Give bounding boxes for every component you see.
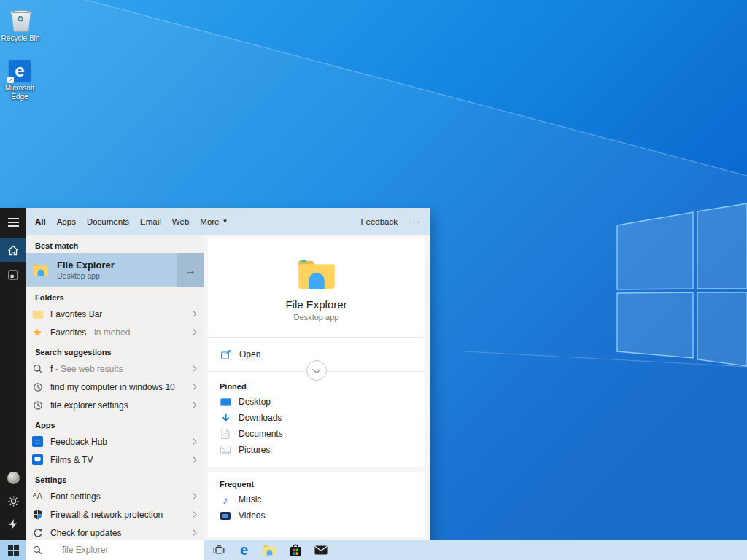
tab-apps[interactable]: Apps <box>57 206 76 237</box>
list-item-web-search[interactable]: f - See web results <box>26 359 204 378</box>
search-icon <box>31 362 44 375</box>
home-button[interactable] <box>0 238 26 262</box>
task-view-icon <box>213 545 225 555</box>
best-match-title: File Explorer <box>57 260 115 271</box>
file-explorer-taskbar-button[interactable] <box>257 540 282 560</box>
best-match-expand-button[interactable]: → <box>177 253 204 287</box>
search-flyout: All Apps Documents Email Web More ▼ Feed… <box>0 208 430 540</box>
desktop-monitor-icon <box>220 397 231 408</box>
tab-web[interactable]: Web <box>172 206 189 237</box>
document-icon <box>220 429 231 440</box>
section-search-suggestions: Search suggestions <box>26 341 204 359</box>
search-header: All Apps Documents Email Web More ▼ Feed… <box>26 208 430 235</box>
tab-more[interactable]: More ▼ <box>200 206 228 237</box>
chevron-right-icon <box>190 511 197 518</box>
menu-button[interactable] <box>0 211 26 234</box>
search-tabs: All Apps Documents Email Web More ▼ <box>26 208 228 235</box>
font-settings-icon: AA <box>31 490 44 502</box>
feedback-icon <box>9 519 18 529</box>
store-icon <box>290 544 301 556</box>
chevron-right-icon <box>190 329 197 336</box>
list-item-favorites-bar[interactable]: Favorites Bar <box>26 305 204 323</box>
desktop-icon-microsoft-edge[interactable]: e ↗ Microsoft Edge <box>0 60 40 101</box>
picture-icon <box>220 445 231 456</box>
preview-subtitle: Desktop app <box>294 313 339 322</box>
taskbar-search-input[interactable]: file Explorer <box>26 540 204 560</box>
feedback-hub-icon <box>31 435 44 448</box>
edge-label: Microsoft Edge <box>0 84 40 101</box>
pinned-item-pictures[interactable]: Pictures <box>208 442 425 458</box>
list-item-history-1[interactable]: find my computer in windows 10 <box>26 378 204 396</box>
best-match-subtitle: Desktop app <box>57 271 115 280</box>
chevron-right-icon <box>190 384 197 391</box>
edge-taskbar-button[interactable]: e <box>231 540 257 560</box>
start-button[interactable] <box>0 540 26 560</box>
pinned-item-downloads[interactable]: Downloads <box>208 410 425 426</box>
more-options-icon[interactable]: ··· <box>409 217 420 227</box>
preview-pane: File Explorer Desktop app Open Pinned <box>204 235 430 540</box>
open-action[interactable]: Open <box>208 338 425 372</box>
pinned-item-desktop[interactable]: Desktop <box>208 394 425 410</box>
desktop-icon-recycle-bin[interactable]: ♻ Recycle Bin <box>0 9 41 43</box>
feedback-link[interactable]: Feedback <box>360 217 398 226</box>
open-icon <box>221 350 232 359</box>
edge-icon: e <box>240 542 248 557</box>
music-note-icon: ♪ <box>220 494 231 505</box>
windows-logo <box>617 203 747 366</box>
section-settings: Settings <box>26 469 204 487</box>
timeline-button[interactable] <box>0 263 26 287</box>
download-arrow-icon <box>220 413 231 424</box>
tab-all[interactable]: All <box>35 206 46 237</box>
tab-documents[interactable]: Documents <box>87 206 129 237</box>
section-folders: Folders <box>26 287 204 305</box>
task-view-button[interactable] <box>206 540 231 560</box>
search-icon <box>33 545 42 555</box>
chevron-down-icon: ▼ <box>222 218 228 225</box>
frequent-item-videos[interactable]: Videos <box>208 508 425 524</box>
list-item-favorites[interactable]: ★ Favorites - in mehed <box>26 323 204 341</box>
section-apps: Apps <box>26 414 204 432</box>
refresh-icon <box>31 526 44 539</box>
feedback-button[interactable] <box>0 513 26 536</box>
expand-actions-button[interactable] <box>306 360 327 381</box>
section-frequent: Frequent <box>208 472 425 491</box>
search-rail <box>0 208 26 540</box>
list-item-feedback-hub[interactable]: Feedback Hub <box>26 432 204 451</box>
pinned-item-documents[interactable]: Documents <box>208 426 425 442</box>
preview-card: File Explorer Desktop app Open Pinned <box>208 238 425 467</box>
taskbar: file Explorer e <box>0 540 747 560</box>
list-item-films-tv[interactable]: Films & TV <box>26 451 204 469</box>
folder-icon <box>31 308 44 320</box>
list-item-firewall[interactable]: Firewall & network protection <box>26 505 204 524</box>
best-match-row[interactable]: File Explorer Desktop app → <box>26 253 204 287</box>
shield-icon <box>31 508 44 521</box>
avatar <box>7 472 20 484</box>
preview-card-frequent: Frequent ♪ Music Videos <box>208 472 425 537</box>
account-button[interactable] <box>0 466 26 489</box>
list-item-font-settings[interactable]: AA Font settings <box>26 487 204 505</box>
tab-email[interactable]: Email <box>140 206 161 237</box>
section-best-match: Best match <box>26 235 204 253</box>
search-results-list: Best match File Explorer Desktop app → <box>26 235 204 540</box>
chevron-right-icon <box>190 529 197 537</box>
edge-icon: e ↗ <box>9 60 31 82</box>
video-icon <box>220 510 231 521</box>
timeline-icon <box>8 270 18 280</box>
recycle-bin-icon: ♻ <box>9 9 31 32</box>
file-explorer-icon <box>33 262 49 277</box>
chevron-down-icon <box>312 365 320 373</box>
search-suggestion-text: ile Explorer <box>64 545 108 555</box>
recycle-bin-label: Recycle Bin <box>1 34 40 43</box>
file-explorer-icon-large <box>297 257 336 292</box>
store-taskbar-button[interactable] <box>282 540 308 560</box>
arrow-right-icon: → <box>185 264 196 276</box>
mail-taskbar-button[interactable] <box>308 540 333 560</box>
settings-button[interactable] <box>0 489 26 513</box>
list-item-history-2[interactable]: file explorer settings <box>26 396 204 414</box>
taskbar-icons: e <box>206 540 333 560</box>
frequent-item-music[interactable]: ♪ Music <box>208 491 425 508</box>
preview-title: File Explorer <box>285 298 347 311</box>
chevron-right-icon <box>190 456 197 464</box>
chevron-right-icon <box>190 438 197 446</box>
file-explorer-icon <box>263 544 276 556</box>
